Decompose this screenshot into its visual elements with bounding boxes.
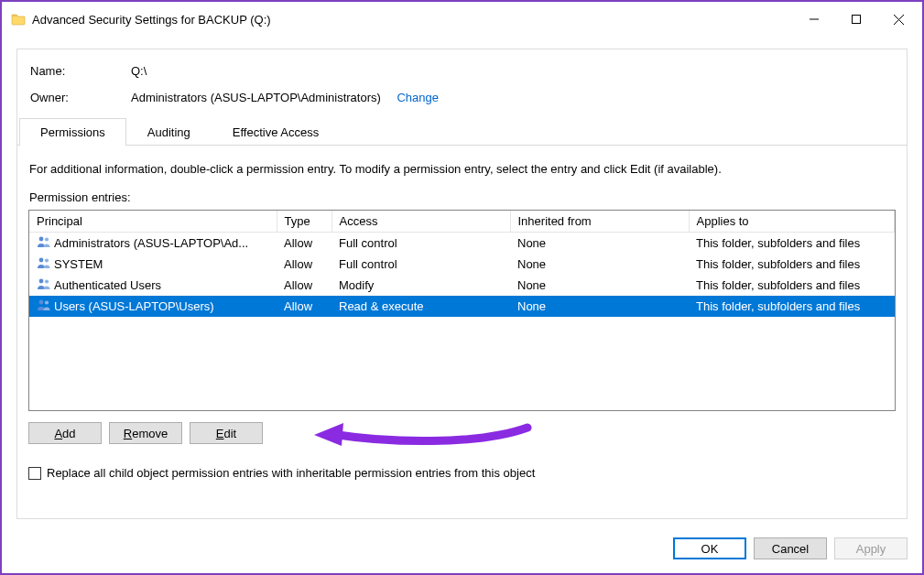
col-type[interactable]: Type (277, 211, 332, 233)
col-principal[interactable]: Principal (29, 211, 277, 233)
cell-applies: This folder, subfolders and files (689, 275, 895, 296)
tab-strip: Permissions Auditing Effective Access (17, 117, 907, 146)
owner-label: Owner: (30, 91, 131, 104)
cell-inherited: None (510, 296, 689, 317)
table-row[interactable]: Administrators (ASUS-LAPTOP\Ad...AllowFu… (29, 233, 895, 255)
cell-principal: Administrators (ASUS-LAPTOP\Ad... (54, 236, 248, 250)
cell-applies: This folder, subfolders and files (689, 233, 895, 255)
edit-button[interactable]: Edit (190, 422, 263, 444)
titlebar: Advanced Security Settings for BACKUP (Q… (5, 5, 919, 34)
dialog-footer: OK Cancel Apply (673, 537, 908, 559)
cell-principal: Users (ASUS-LAPTOP\Users) (54, 299, 214, 313)
svg-point-4 (39, 237, 44, 242)
change-owner-link[interactable]: Change (397, 91, 439, 104)
svg-point-7 (45, 258, 49, 262)
entries-label: Permission entries: (29, 190, 897, 204)
add-button[interactable]: Add (28, 422, 102, 444)
replace-checkbox-label[interactable]: Replace all child object permission entr… (47, 466, 535, 480)
replace-checkbox[interactable] (28, 467, 41, 480)
svg-point-10 (39, 300, 44, 305)
col-inherited[interactable]: Inherited from (510, 211, 689, 233)
cell-access: Full control (332, 254, 510, 275)
table-row[interactable]: Authenticated UsersAllowModifyNoneThis f… (29, 275, 895, 296)
svg-point-6 (39, 258, 44, 263)
cell-applies: This folder, subfolders and files (689, 254, 895, 275)
folder-icon (11, 12, 26, 27)
remove-button[interactable]: Remove (109, 422, 182, 444)
annotation-arrow-icon (312, 418, 532, 455)
cell-access: Read & execute (332, 296, 510, 317)
group-icon (37, 298, 51, 314)
cell-access: Modify (332, 275, 510, 296)
maximize-button[interactable] (835, 5, 877, 34)
cell-inherited: None (510, 275, 689, 296)
name-value: Q:\ (131, 64, 147, 78)
instructions-text: For additional information, double-click… (29, 162, 897, 176)
group-icon (37, 277, 51, 293)
owner-value: Administrators (ASUS-LAPTOP\Administrato… (131, 91, 439, 104)
cell-principal: Authenticated Users (54, 278, 161, 292)
owner-text: Administrators (ASUS-LAPTOP\Administrato… (131, 91, 381, 104)
entry-buttons: Add Remove Edit (28, 422, 897, 444)
permission-table[interactable]: Principal Type Access Inherited from App… (28, 210, 896, 411)
table-row[interactable]: Users (ASUS-LAPTOP\Users)AllowRead & exe… (29, 296, 895, 317)
window-controls (793, 5, 919, 34)
tab-permissions[interactable]: Permissions (19, 118, 126, 146)
cell-type: Allow (277, 296, 332, 317)
window-title: Advanced Security Settings for BACKUP (Q… (32, 13, 271, 27)
svg-point-8 (39, 279, 44, 284)
svg-rect-1 (853, 16, 861, 24)
close-button[interactable] (877, 5, 919, 34)
col-applies[interactable]: Applies to (689, 211, 895, 233)
svg-point-11 (45, 300, 49, 304)
group-icon (37, 235, 51, 251)
cancel-button[interactable]: Cancel (754, 537, 827, 559)
col-access[interactable]: Access (332, 211, 510, 233)
name-label: Name: (30, 64, 131, 78)
cell-inherited: None (510, 233, 689, 255)
svg-marker-12 (314, 423, 343, 446)
cell-principal: SYSTEM (54, 257, 103, 271)
ok-button[interactable]: OK (673, 537, 746, 559)
tab-auditing[interactable]: Auditing (126, 118, 212, 146)
minimize-button[interactable] (793, 5, 835, 34)
svg-point-9 (45, 279, 49, 283)
replace-checkbox-row: Replace all child object permission entr… (28, 466, 897, 480)
cell-type: Allow (277, 254, 332, 275)
cell-inherited: None (510, 254, 689, 275)
group-icon (37, 256, 51, 272)
apply-button[interactable]: Apply (834, 537, 908, 559)
tab-effective-access[interactable]: Effective Access (212, 118, 340, 146)
table-row[interactable]: SYSTEMAllowFull controlNoneThis folder, … (29, 254, 895, 275)
cell-type: Allow (277, 275, 332, 296)
cell-applies: This folder, subfolders and files (689, 296, 895, 317)
content-panel: Name: Q:\ Owner: Administrators (ASUS-LA… (16, 49, 908, 519)
cell-access: Full control (332, 233, 510, 255)
svg-point-5 (45, 237, 49, 241)
cell-type: Allow (277, 233, 332, 255)
